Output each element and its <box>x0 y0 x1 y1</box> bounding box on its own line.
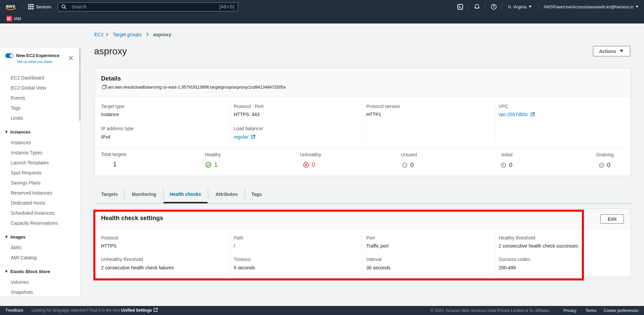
svg-text:aws: aws <box>6 3 15 9</box>
svg-text:?: ? <box>493 5 495 9</box>
